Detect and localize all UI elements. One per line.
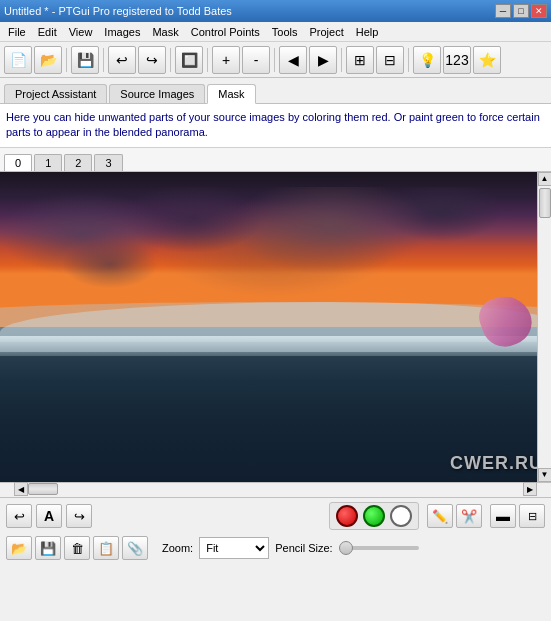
menu-item-project[interactable]: Project <box>304 22 350 41</box>
tools-row1: ↩ A ↪ ✏️ <box>6 502 545 530</box>
toolbar-separator <box>103 48 104 72</box>
undo-tb-btn[interactable]: ↩ <box>108 46 136 74</box>
image-canvas: CWER.RU <box>0 172 551 482</box>
pencil-tool-button[interactable]: ✏️ <box>427 504 453 528</box>
scroll-right-arrow[interactable]: ▶ <box>523 482 537 496</box>
123-btn[interactable]: 123 <box>443 46 471 74</box>
paste-icon: 📎 <box>127 541 143 556</box>
toolbar-separator <box>66 48 67 72</box>
menu-item-control-points[interactable]: Control Points <box>185 22 266 41</box>
open-file-icon: 📂 <box>11 541 27 556</box>
content-area: Project AssistantSource ImagesMask Here … <box>0 78 551 595</box>
green-mask-button[interactable] <box>363 505 385 527</box>
zoom-select[interactable]: Fit25%50%75%100%150%200% <box>199 537 269 559</box>
zoom-label: Zoom: <box>162 542 193 554</box>
text-icon: A <box>44 508 54 524</box>
viewport-wrapper: CWER.RU ▲ ▼ ◀ ▶ <box>0 172 551 497</box>
wave-layer <box>0 296 551 389</box>
scroll-thumb[interactable] <box>539 188 551 218</box>
left-btn[interactable]: ◀ <box>279 46 307 74</box>
save-mask-button[interactable]: 💾 <box>35 536 61 560</box>
tab-source-images[interactable]: Source Images <box>109 84 205 103</box>
undo-button[interactable]: ↩ <box>6 504 32 528</box>
toolbar-separator <box>170 48 171 72</box>
eraser-button[interactable] <box>390 505 412 527</box>
pencil-size-thumb[interactable] <box>339 541 353 555</box>
pencil-icon: ✏️ <box>432 509 448 524</box>
right-btn[interactable]: ▶ <box>309 46 337 74</box>
vertical-scrollbar[interactable]: ▲ ▼ <box>537 172 551 482</box>
bulb-btn[interactable]: 💡 <box>413 46 441 74</box>
scroll-h-thumb[interactable] <box>28 483 58 495</box>
split-view-icon: ⊟ <box>528 510 537 523</box>
scroll-up-arrow[interactable]: ▲ <box>538 172 552 186</box>
foam <box>0 336 551 356</box>
menubar: FileEditViewImagesMaskControl PointsTool… <box>0 22 551 42</box>
toolbar-separator <box>207 48 208 72</box>
menu-item-mask[interactable]: Mask <box>146 22 184 41</box>
window-controls: ─ □ ✕ <box>495 4 547 18</box>
save-btn[interactable]: 💾 <box>71 46 99 74</box>
grid2-btn[interactable]: ⊟ <box>376 46 404 74</box>
redo-icon: ↪ <box>74 509 85 524</box>
toolbar-separator <box>274 48 275 72</box>
image-tab-1[interactable]: 1 <box>34 154 62 171</box>
tab-bar: Project AssistantSource ImagesMask <box>0 78 551 104</box>
image-tab-bar: 0123 <box>0 148 551 172</box>
image-tab-2[interactable]: 2 <box>64 154 92 171</box>
single-view-icon: ▬ <box>496 508 510 524</box>
open-btn[interactable]: 📂 <box>34 46 62 74</box>
bottom-controls: ↩ A ↪ ✏️ <box>0 497 551 595</box>
red-mask-button[interactable] <box>336 505 358 527</box>
zoom-in-btn[interactable]: + <box>212 46 240 74</box>
smudge-icon: ✂️ <box>461 509 477 524</box>
redo-tb-btn[interactable]: ↪ <box>138 46 166 74</box>
grid-btn[interactable]: ⊞ <box>346 46 374 74</box>
watermark-text: CWER.RU <box>450 453 543 474</box>
toolbar-separator <box>408 48 409 72</box>
horizontal-scrollbar[interactable]: ◀ ▶ <box>0 482 551 496</box>
toolbar: 📄📂💾↩↪🔲+-◀▶⊞⊟💡123⭐ <box>0 42 551 78</box>
tab-project-assistant[interactable]: Project Assistant <box>4 84 107 103</box>
tab-mask[interactable]: Mask <box>207 84 255 104</box>
star-btn[interactable]: ⭐ <box>473 46 501 74</box>
minimize-button[interactable]: ─ <box>495 4 511 18</box>
menu-item-help[interactable]: Help <box>350 22 385 41</box>
canvas-container: CWER.RU ▲ ▼ <box>0 172 551 482</box>
copy-button[interactable]: 📋 <box>93 536 119 560</box>
scroll-down-arrow[interactable]: ▼ <box>538 468 552 482</box>
open-file-button[interactable]: 📂 <box>6 536 32 560</box>
zoom-out-btn[interactable]: - <box>242 46 270 74</box>
delete-mask-icon: 🗑 <box>71 541 84 556</box>
scroll-left-arrow[interactable]: ◀ <box>14 482 28 496</box>
split-view-button[interactable]: ⊟ <box>519 504 545 528</box>
new-btn[interactable]: 📄 <box>4 46 32 74</box>
titlebar: Untitled * - PTGui Pro registered to Tod… <box>0 0 551 22</box>
save-mask-icon: 💾 <box>40 541 56 556</box>
single-view-button[interactable]: ▬ <box>490 504 516 528</box>
maximize-button[interactable]: □ <box>513 4 529 18</box>
close-button[interactable]: ✕ <box>531 4 547 18</box>
toolbar-separator <box>341 48 342 72</box>
menu-item-view[interactable]: View <box>63 22 99 41</box>
menu-item-tools[interactable]: Tools <box>266 22 304 41</box>
menu-item-file[interactable]: File <box>2 22 32 41</box>
titlebar-title: Untitled * - PTGui Pro registered to Tod… <box>4 5 232 17</box>
color-group <box>329 502 419 530</box>
delete-mask-button[interactable]: 🗑 <box>64 536 90 560</box>
paste-button[interactable]: 📎 <box>122 536 148 560</box>
menu-item-images[interactable]: Images <box>98 22 146 41</box>
text-button[interactable]: A <box>36 504 62 528</box>
copy-icon: 📋 <box>98 541 114 556</box>
viewport-inner[interactable]: CWER.RU ▲ ▼ ◀ ▶ <box>0 172 551 497</box>
image-tab-3[interactable]: 3 <box>94 154 122 171</box>
undo-icon: ↩ <box>14 509 25 524</box>
redo-button[interactable]: ↪ <box>66 504 92 528</box>
pencil-size-slider[interactable] <box>339 546 419 550</box>
info-text: Here you can hide unwanted parts of your… <box>0 104 551 148</box>
menu-item-edit[interactable]: Edit <box>32 22 63 41</box>
select-btn[interactable]: 🔲 <box>175 46 203 74</box>
smudge-tool-button[interactable]: ✂️ <box>456 504 482 528</box>
image-tab-0[interactable]: 0 <box>4 154 32 171</box>
tools-row2: 📂 💾 🗑 📋 📎 Zoom: Fit25%50%75%100%150 <box>6 536 545 560</box>
